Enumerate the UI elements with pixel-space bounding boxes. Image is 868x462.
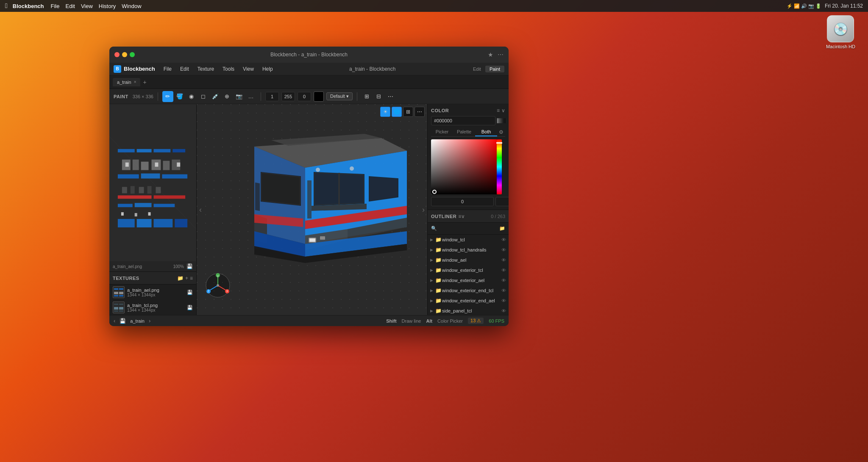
more-tool[interactable]: … bbox=[245, 91, 256, 102]
svg-rect-14 bbox=[141, 162, 149, 170]
red-input[interactable] bbox=[431, 197, 494, 206]
tab-paint[interactable]: Paint bbox=[485, 66, 504, 72]
tool-buttons: ✏ 🪣 ◉ ◻ 💉 ⊕ 📷 … bbox=[162, 91, 256, 102]
texture-save-tcl[interactable]: 💾 bbox=[187, 305, 193, 310]
outliner-item-window-exterior-ael[interactable]: ▶ 📁 window_exterior_ael 👁 bbox=[428, 275, 509, 285]
swatch-dgray[interactable] bbox=[501, 118, 501, 123]
outliner-search-input[interactable] bbox=[439, 226, 499, 231]
outliner-item-window-ael[interactable]: ▶ 📁 window_ael 👁 bbox=[428, 255, 509, 265]
eyedropper-tool[interactable]: 💉 bbox=[210, 91, 221, 102]
menu-tools[interactable]: Tools bbox=[219, 65, 238, 73]
texture-add-btn[interactable]: + bbox=[185, 275, 188, 281]
svg-rect-27 bbox=[177, 163, 180, 167]
tab-close-btn[interactable]: × bbox=[134, 80, 136, 84]
3d-viewport[interactable]: ☀ 🌐 ⊞ ⋯ ‹ bbox=[197, 104, 427, 315]
layout-btn[interactable]: ⊟ bbox=[373, 91, 384, 102]
menu-history[interactable]: History bbox=[99, 3, 116, 9]
texture-item-tcl[interactable]: a_train_tcl.png 1344 × 1344px 💾 bbox=[109, 300, 196, 315]
menu-file[interactable]: File bbox=[160, 65, 175, 73]
color-tab-both[interactable]: Both bbox=[475, 128, 497, 136]
pencil-tool[interactable]: ✏ bbox=[162, 91, 173, 102]
maximize-button[interactable] bbox=[130, 52, 135, 57]
color-menu-btn[interactable]: ≡ bbox=[497, 108, 500, 113]
star-icon[interactable]: ★ bbox=[488, 51, 493, 58]
minimize-button[interactable] bbox=[122, 52, 127, 57]
texture-canvas-footer: a_train_ael.png 100% 💾 bbox=[109, 261, 196, 271]
visibility-icon[interactable]: 👁 bbox=[501, 268, 506, 273]
color-main-picker[interactable] bbox=[431, 139, 498, 194]
more-options-btn[interactable]: ⋯ bbox=[385, 91, 396, 102]
color-preview[interactable] bbox=[314, 91, 324, 102]
outliner-item-window-exterior-end-ael[interactable]: ▶ 📁 window_exterior_end_ael 👁 bbox=[428, 296, 509, 306]
texture-item-ael[interactable]: a_train_ael.png 1344 × 1344px 💾 bbox=[109, 285, 196, 300]
green-input[interactable] bbox=[495, 197, 509, 206]
brush-size-input[interactable]: 1 bbox=[265, 92, 279, 101]
outliner-item-window-tcl-handrails[interactable]: ▶ 📁 window_tcl_handrails 👁 bbox=[428, 245, 509, 255]
visibility-icon[interactable]: 👁 bbox=[501, 257, 506, 263]
status-nav-right[interactable]: › bbox=[149, 318, 150, 324]
toolbar-sep-2 bbox=[261, 92, 261, 101]
menu-window[interactable]: Window bbox=[122, 3, 141, 9]
logo-icon: B bbox=[114, 65, 121, 73]
close-button[interactable] bbox=[114, 52, 120, 57]
color-tab-palette[interactable]: Palette bbox=[453, 128, 475, 136]
swatch-black1[interactable] bbox=[504, 118, 504, 123]
menu-file[interactable]: File bbox=[51, 3, 60, 9]
menu-edit[interactable]: Edit bbox=[65, 3, 75, 9]
color-settings-btn[interactable]: ⚙ bbox=[497, 128, 505, 136]
menu-help[interactable]: Help bbox=[259, 65, 276, 73]
menu-texture[interactable]: Texture bbox=[194, 65, 217, 73]
texture-save-ael[interactable]: 💾 bbox=[187, 290, 193, 295]
status-nav-left[interactable]: ‹ bbox=[114, 318, 115, 324]
clone-tool[interactable]: ⊕ bbox=[222, 91, 233, 102]
visibility-icon[interactable]: 👁 bbox=[501, 298, 506, 303]
app-name[interactable]: Blockbench bbox=[13, 3, 44, 9]
tab-edit[interactable]: Edit bbox=[469, 66, 485, 72]
menu-view[interactable]: View bbox=[81, 3, 93, 9]
swatch-black[interactable] bbox=[505, 118, 505, 123]
fill-tool[interactable]: 🪣 bbox=[174, 91, 185, 102]
visibility-icon[interactable]: 👁 bbox=[501, 247, 506, 252]
visibility-icon[interactable]: 👁 bbox=[501, 308, 506, 313]
tab-a-train[interactable]: a_train × bbox=[113, 78, 140, 86]
gradient-tool[interactable]: ◉ bbox=[186, 91, 197, 102]
blend-mode-btn[interactable]: Default ▾ bbox=[326, 92, 353, 100]
folder-icon: 📁 bbox=[435, 298, 442, 304]
color-collapse-btn[interactable]: ∨ bbox=[501, 108, 505, 113]
menu-view[interactable]: View bbox=[239, 65, 257, 73]
apple-menu[interactable]:  bbox=[5, 2, 8, 10]
outliner-item-window-exterior-tcl[interactable]: ▶ 📁 window_exterior_tcl 👁 bbox=[428, 265, 509, 275]
svg-rect-33 bbox=[153, 219, 172, 227]
desktop-macintosh-hd[interactable]: 💿 Macintosh HD bbox=[826, 15, 855, 49]
brush-softness-input[interactable]: 0 bbox=[298, 92, 311, 101]
outliner-item-window-tcl[interactable]: ▶ 📁 window_tcl 👁 bbox=[428, 235, 509, 245]
texture-canvas-area[interactable] bbox=[109, 104, 196, 261]
outliner-menu-btn[interactable]: ≡ bbox=[458, 213, 461, 219]
swatch-white[interactable] bbox=[497, 118, 498, 123]
swatch-xdgray[interactable] bbox=[502, 118, 503, 123]
outliner-item-side-panel-tcl[interactable]: ▶ 📁 side_panel_tcl 👁 bbox=[428, 306, 509, 315]
color-tab-picker[interactable]: Picker bbox=[431, 128, 453, 136]
menu-edit[interactable]: Edit bbox=[177, 65, 192, 73]
visibility-icon[interactable]: 👁 bbox=[501, 278, 506, 283]
canvas-save-icon[interactable]: 💾 bbox=[186, 263, 193, 269]
viewport-nav-right[interactable]: › bbox=[422, 205, 425, 214]
visibility-icon[interactable]: 👁 bbox=[501, 288, 506, 293]
color-hex-input[interactable] bbox=[431, 116, 495, 125]
swatch-lgray[interactable] bbox=[498, 118, 499, 123]
hue-bar[interactable] bbox=[497, 139, 502, 194]
grid-view-btn[interactable]: ⊞ bbox=[362, 91, 373, 102]
eraser-tool[interactable]: ◻ bbox=[198, 91, 209, 102]
outliner-item-window-exterior-end-tcl[interactable]: ▶ 📁 window_exterior_end_tcl 👁 bbox=[428, 285, 509, 296]
viewport-nav-left[interactable]: ‹ bbox=[199, 205, 202, 214]
visibility-icon[interactable]: 👁 bbox=[501, 237, 506, 242]
brush-opacity-input[interactable]: 255 bbox=[281, 92, 295, 101]
tab-add-btn[interactable]: + bbox=[143, 79, 146, 86]
more-icon[interactable]: ⋯ bbox=[498, 51, 504, 58]
menubar-time: Fri 20. Jan 11:52 bbox=[825, 3, 863, 9]
copy-texture-tool[interactable]: 📷 bbox=[234, 91, 245, 102]
texture-add-folder-btn[interactable]: 📁 bbox=[177, 275, 184, 281]
texture-more-btn[interactable]: ≡ bbox=[190, 275, 193, 281]
swatch-gray[interactable] bbox=[500, 118, 500, 123]
outliner-collapse-btn[interactable]: ∨ bbox=[461, 213, 465, 219]
